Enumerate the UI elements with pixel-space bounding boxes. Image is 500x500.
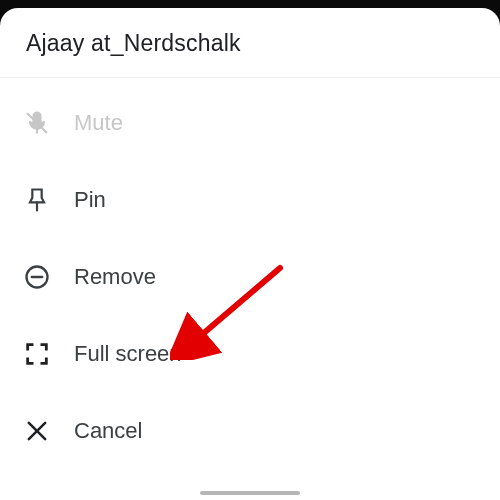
mute-icon xyxy=(22,108,52,138)
menu-list: Mute Pin Remove xyxy=(0,78,500,469)
cancel-action[interactable]: Cancel xyxy=(0,392,500,469)
menu-item-label: Cancel xyxy=(74,418,142,444)
mute-action: Mute xyxy=(0,84,500,161)
home-indicator xyxy=(200,491,300,495)
menu-item-label: Full screen xyxy=(74,341,182,367)
action-sheet: Ajaay at_Nerdschalk Mute xyxy=(0,8,500,500)
fullscreen-action[interactable]: Full screen xyxy=(0,315,500,392)
menu-item-label: Mute xyxy=(74,110,123,136)
remove-action[interactable]: Remove xyxy=(0,238,500,315)
remove-icon xyxy=(22,262,52,292)
fullscreen-icon xyxy=(22,339,52,369)
pin-action[interactable]: Pin xyxy=(0,161,500,238)
menu-item-label: Pin xyxy=(74,187,106,213)
close-icon xyxy=(22,416,52,446)
menu-item-label: Remove xyxy=(74,264,156,290)
participant-name: Ajaay at_Nerdschalk xyxy=(26,30,474,57)
pin-icon xyxy=(22,185,52,215)
sheet-header: Ajaay at_Nerdschalk xyxy=(0,8,500,78)
